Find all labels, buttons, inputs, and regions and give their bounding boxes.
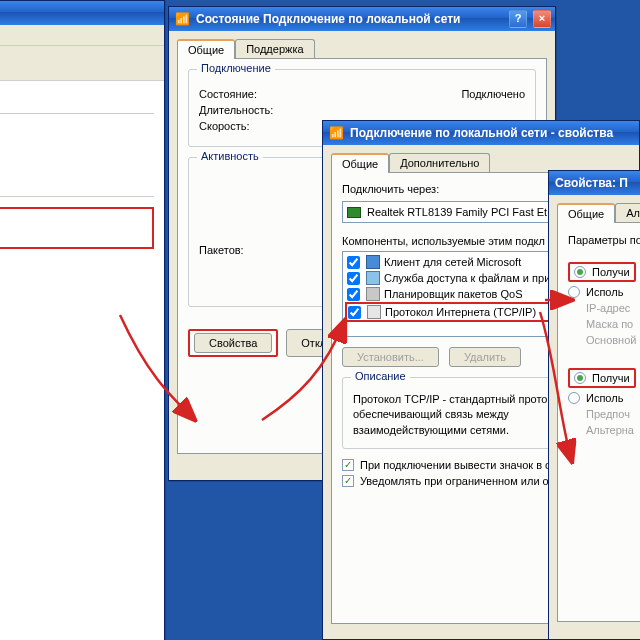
annotation-arrows — [0, 0, 640, 640]
